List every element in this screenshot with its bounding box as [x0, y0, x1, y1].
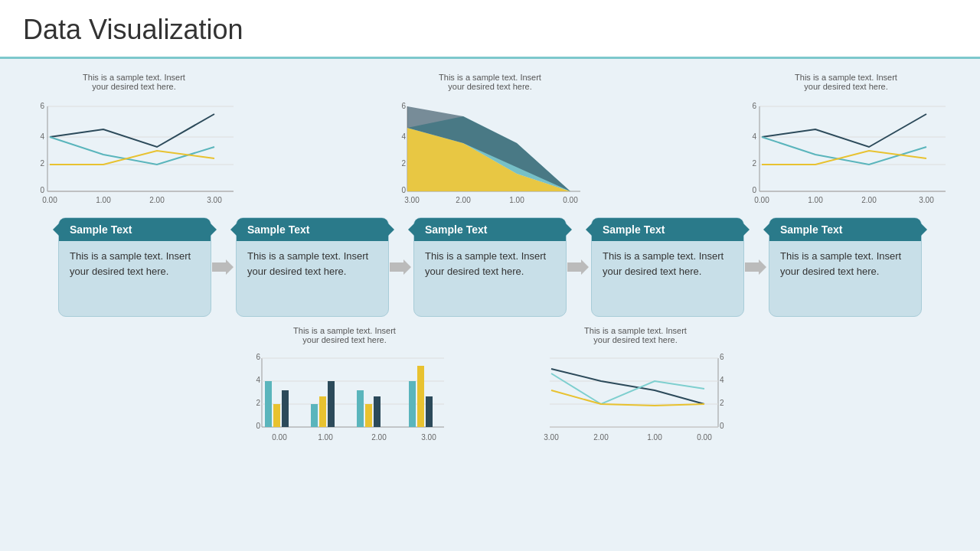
svg-text:6: 6: [256, 353, 260, 361]
process-row: Sample Text This is a sample text. Inser…: [15, 217, 965, 317]
process-body-5: This is a sample text. Insert your desir…: [769, 241, 921, 286]
svg-marker-49: [567, 259, 589, 275]
svg-text:6: 6: [40, 102, 44, 110]
chart-5-line: This is a sample text. Insert your desir…: [528, 321, 743, 458]
svg-text:2.00: 2.00: [861, 196, 877, 204]
svg-text:2.00: 2.00: [456, 196, 471, 204]
process-body-4: This is a sample text. Insert your desir…: [592, 241, 743, 286]
main-content: This is a sample text. Insert your desir…: [0, 59, 980, 466]
svg-text:4: 4: [256, 376, 260, 384]
svg-text:6: 6: [752, 102, 756, 110]
process-card-2: Sample Text This is a sample text. Inser…: [236, 217, 389, 317]
svg-text:2.00: 2.00: [149, 196, 165, 204]
process-card-4: Sample Text This is a sample text. Inser…: [591, 217, 744, 317]
svg-text:2: 2: [720, 399, 724, 407]
svg-text:4: 4: [752, 132, 756, 141]
svg-text:6: 6: [401, 102, 406, 110]
svg-text:0: 0: [401, 186, 406, 194]
chart-1-line: This is a sample text. Insert your desir…: [15, 67, 253, 211]
top-charts-row: This is a sample text. Insert your desir…: [15, 67, 965, 211]
svg-text:your desired text here.: your desired text here.: [302, 335, 386, 344]
svg-text:This is a sample text. Insert: This is a sample text. Insert: [293, 326, 396, 335]
svg-text:3.00: 3.00: [421, 433, 436, 442]
svg-text:0: 0: [720, 422, 724, 430]
svg-text:This is a sample text. Insert: This is a sample text. Insert: [584, 326, 687, 335]
svg-text:2: 2: [40, 159, 44, 168]
svg-rect-74: [374, 396, 381, 427]
svg-rect-70: [319, 396, 326, 427]
svg-text:1.00: 1.00: [808, 196, 823, 204]
svg-text:0.00: 0.00: [697, 433, 712, 442]
svg-rect-75: [409, 381, 416, 427]
process-card-1: Sample Text This is a sample text. Inser…: [58, 217, 211, 317]
svg-text:your desired text here.: your desired text here.: [593, 335, 677, 344]
svg-rect-77: [426, 396, 433, 427]
process-header-1: Sample Text: [59, 218, 211, 241]
svg-marker-47: [212, 259, 234, 275]
svg-text:0: 0: [752, 186, 756, 194]
svg-text:0.00: 0.00: [272, 433, 287, 442]
chart-5-svg: This is a sample text. Insert your desir…: [528, 321, 743, 455]
svg-text:3.00: 3.00: [919, 196, 934, 204]
process-body-1: This is a sample text. Insert your desir…: [59, 241, 211, 286]
svg-rect-68: [282, 390, 289, 427]
svg-rect-72: [357, 390, 364, 427]
chart-2-area: This is a sample text. Insert your desir…: [390, 67, 590, 211]
process-card-5: Sample Text This is a sample text. Inser…: [769, 217, 922, 317]
chart-3-line: This is a sample text. Insert your desir…: [727, 67, 965, 211]
svg-text:This is a sample text. Insert: This is a sample text. Insert: [795, 73, 897, 82]
svg-text:0: 0: [40, 186, 44, 194]
svg-text:3.00: 3.00: [544, 433, 559, 442]
svg-text:your desired text here.: your desired text here.: [448, 82, 531, 91]
bottom-charts-row: This is a sample text. Insert your desir…: [15, 321, 965, 458]
svg-text:0.00: 0.00: [42, 196, 57, 204]
svg-text:6: 6: [720, 353, 724, 361]
svg-text:1.00: 1.00: [96, 196, 111, 204]
svg-marker-50: [745, 259, 766, 275]
svg-text:2.00: 2.00: [371, 433, 387, 442]
page-header: Data Visualization: [0, 0, 980, 59]
arrow-4: [744, 258, 769, 276]
arrow-1: [211, 258, 236, 276]
process-header-3: Sample Text: [414, 218, 566, 241]
svg-text:This is a sample text. Insert: This is a sample text. Insert: [83, 73, 185, 82]
svg-rect-73: [365, 404, 372, 427]
page-background: Data Visualization This is a sample text…: [0, 0, 980, 551]
svg-text:1.00: 1.00: [647, 433, 662, 442]
svg-text:2: 2: [256, 399, 260, 407]
svg-text:2: 2: [752, 159, 756, 168]
svg-text:3.00: 3.00: [404, 196, 420, 204]
chart-1-svg: This is a sample text. Insert your desir…: [15, 67, 253, 208]
svg-marker-48: [390, 259, 411, 275]
process-body-3: This is a sample text. Insert your desir…: [414, 241, 566, 286]
svg-text:4: 4: [401, 132, 406, 141]
svg-text:4: 4: [40, 132, 44, 141]
process-header-2: Sample Text: [237, 218, 388, 241]
arrow-3: [567, 258, 591, 276]
svg-rect-71: [328, 381, 335, 427]
svg-rect-66: [265, 381, 272, 427]
svg-text:1.00: 1.00: [509, 196, 524, 204]
chart-2-svg: This is a sample text. Insert your desir…: [390, 67, 590, 208]
svg-text:0: 0: [256, 422, 260, 430]
svg-text:2: 2: [401, 159, 406, 168]
svg-text:This is a sample text. Insert: This is a sample text. Insert: [439, 73, 541, 82]
svg-rect-67: [273, 404, 280, 427]
svg-text:your desired text here.: your desired text here.: [92, 82, 175, 91]
svg-rect-69: [311, 404, 318, 427]
process-card-3: Sample Text This is a sample text. Inser…: [413, 217, 567, 317]
svg-text:0.00: 0.00: [754, 196, 769, 204]
process-header-5: Sample Text: [769, 218, 921, 241]
svg-text:2.00: 2.00: [593, 433, 609, 442]
chart-3-svg: This is a sample text. Insert your desir…: [727, 67, 965, 208]
svg-rect-76: [417, 366, 424, 427]
page-title: Data Visualization: [23, 14, 957, 46]
svg-text:your desired text here.: your desired text here.: [804, 82, 887, 91]
process-body-2: This is a sample text. Insert your desir…: [237, 241, 388, 286]
arrow-2: [389, 258, 413, 276]
chart-4-svg: This is a sample text. Insert your desir…: [237, 321, 452, 455]
process-header-4: Sample Text: [592, 218, 743, 241]
chart-4-bar: This is a sample text. Insert your desir…: [237, 321, 452, 458]
svg-text:0.00: 0.00: [563, 196, 578, 204]
svg-text:3.00: 3.00: [207, 196, 222, 204]
